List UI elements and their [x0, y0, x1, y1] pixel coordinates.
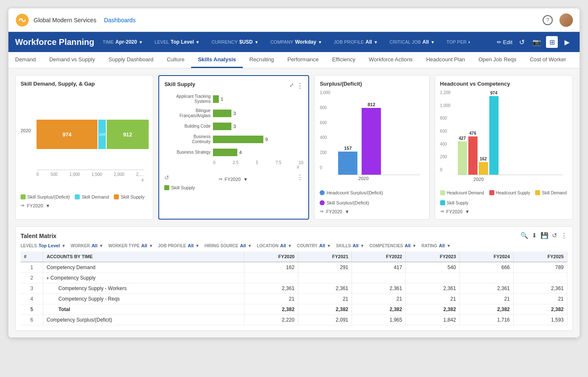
main-content: Skill Demand, Supply, & Gap 2020 974 104…: [8, 68, 580, 338]
tab-supply-dashboard[interactable]: Supply Dashboard: [102, 52, 160, 68]
expand-icon[interactable]: ▾: [47, 276, 49, 280]
refresh-icon[interactable]: ↺: [552, 232, 557, 240]
ss-bar-5: [213, 149, 237, 156]
ss-refresh-icon[interactable]: ↺: [164, 174, 169, 181]
table-row: 4 Competency Supply - Reqs 21 21 21 21 2…: [21, 294, 567, 304]
table-row: 2 ▾Competency Supply: [21, 273, 567, 283]
hvc-bar-skill-demand: [479, 162, 488, 175]
skill-supply-icons: ⤢ ⋮: [289, 82, 303, 90]
top-bar-right: ?: [543, 13, 573, 27]
currency-filter[interactable]: CURRENCY $USD ▼: [211, 39, 258, 45]
legend-supply: Skill Supply: [114, 194, 144, 199]
location-filter-value[interactable]: All: [280, 243, 286, 248]
country-filter-value[interactable]: All: [319, 243, 325, 248]
hvc-bar-skill-supply: [489, 96, 499, 175]
time-filter[interactable]: TIME Apr-2020 ▼: [103, 39, 143, 45]
rating-filter: RATING All ▼: [422, 243, 451, 248]
job-profile-label: JOB PROFILE: [334, 39, 364, 45]
worker-type-filter-value[interactable]: All: [141, 243, 147, 248]
tab-open-job-reqs[interactable]: Open Job Reqs: [472, 52, 523, 68]
table-row-total: 5 Total 2,382 2,382 2,382 2,382 2,382 2,…: [21, 304, 567, 315]
critical-job-label: CRITICAL JOB: [390, 39, 421, 45]
save-icon[interactable]: 💾: [541, 232, 549, 240]
headcount-competency-card: Headcount vs Competency 1,200 1,000 800 …: [435, 75, 573, 220]
ss-more-icon[interactable]: ⋮: [297, 173, 303, 181]
col-num: #: [21, 251, 43, 262]
tab-demand[interactable]: Demand: [8, 52, 42, 68]
header-right-actions: ✏ Edit ↺ 📷 ⊞ ▶: [497, 36, 573, 48]
download-icon[interactable]: ⬇: [532, 232, 537, 240]
sd-fy-badge[interactable]: FY2020: [27, 203, 43, 208]
level-filter[interactable]: LEVEL Top Level ▼: [155, 39, 200, 45]
ss-row-3: Building Code 3: [164, 123, 303, 130]
logo-area: Global Modern Services Dashboards: [15, 13, 136, 27]
hvc-fy-badge[interactable]: FY2020: [446, 209, 463, 214]
hvc-footer: ⇒ FY2020 ▼: [440, 209, 567, 214]
more-icon[interactable]: ⋮: [297, 82, 303, 90]
surplus-legend: Headcount Surplus/(Deficit) Skill Surplu…: [320, 190, 424, 205]
tab-culture[interactable]: Culture: [160, 52, 191, 68]
location-filter: LOCATION All ▼: [257, 243, 291, 248]
ss-row-1: Applicant Tracking Systems 1: [164, 94, 303, 104]
level-value: Top Level: [171, 39, 194, 45]
skill-supply-header: Skill Supply ⤢ ⋮: [164, 81, 303, 91]
levels-filter-value[interactable]: Top Level: [39, 243, 60, 248]
surplus-fy-badge[interactable]: FY2020: [326, 209, 342, 214]
skill-demand-card: Skill Demand, Supply, & Gap 2020 974 104…: [15, 75, 153, 220]
workday-logo-icon: [15, 13, 29, 27]
tab-recruiting[interactable]: Recruiting: [243, 52, 281, 68]
surplus-bar-skill: [362, 108, 381, 175]
legend-demand: Skill Demand: [75, 194, 109, 199]
more-options-icon[interactable]: ⋮: [561, 232, 567, 240]
grid-view-button[interactable]: ⊞: [546, 36, 558, 48]
worker-filter-value[interactable]: All: [92, 243, 97, 248]
sd-xaxis-unit: #: [142, 178, 144, 183]
level-label: LEVEL: [155, 39, 169, 45]
skills-filter-value[interactable]: All: [353, 243, 359, 248]
col-fy2020: FY2020: [244, 251, 298, 262]
talent-data-table: # ACCOUNTS BY TIME FY2020 FY2021 FY2022 …: [21, 251, 567, 325]
ss-footer: ⇒ FY2020 ▼: [218, 176, 248, 182]
currency-label: CURRENCY: [211, 39, 237, 45]
competencies-filter: COMPETENCIES All ▼: [370, 243, 417, 248]
ss-fy-badge[interactable]: FY2020: [225, 177, 241, 182]
competencies-filter-value[interactable]: All: [405, 243, 411, 248]
edit-button[interactable]: ✏ Edit: [497, 39, 512, 45]
help-icon[interactable]: ?: [543, 15, 553, 25]
tab-demand-vs-supply[interactable]: Demand vs Supply: [42, 52, 102, 68]
refresh-button[interactable]: ↺: [516, 36, 528, 48]
search-icon[interactable]: 🔍: [520, 232, 528, 240]
company-filter[interactable]: COMPANY Workday ▼: [270, 39, 322, 45]
camera-button[interactable]: 📷: [531, 36, 543, 48]
top-per-filter[interactable]: TOP PER ›: [446, 39, 470, 45]
top-per-value: ›: [468, 39, 470, 45]
talent-title: Talent Matrix: [21, 233, 56, 239]
ss-row-5: Business Strategy 4: [164, 149, 303, 156]
talent-toolbar: 🔍 ⬇ 💾 ↺ ⋮: [520, 232, 567, 240]
expand-icon[interactable]: ⤢: [289, 82, 294, 90]
tab-performance[interactable]: Performance: [281, 52, 325, 68]
ss-bar-2: [213, 110, 231, 117]
tab-cost-of-worker[interactable]: Cost of Worker: [523, 52, 572, 68]
tab-skills-analysis[interactable]: Skills Analysis: [191, 52, 243, 68]
time-label: TIME: [103, 39, 114, 45]
worker-filter: WORKER All ▼: [71, 243, 103, 248]
tab-ilm-map[interactable]: ILM Map: [573, 52, 580, 68]
job-profile-filter-value[interactable]: All: [188, 243, 194, 248]
job-profile-filter[interactable]: JOB PROFILE All ▼: [334, 39, 378, 45]
hiring-source-filter-value[interactable]: All: [240, 243, 246, 248]
job-profile-value: All: [365, 39, 372, 45]
tab-headcount-plan[interactable]: Headcount Plan: [420, 52, 472, 68]
currency-value: $USD: [239, 39, 253, 45]
tab-efficiency[interactable]: Efficiency: [326, 52, 362, 68]
skill-supply-card: Skill Supply ⤢ ⋮ Applicant Tracking Syst…: [158, 75, 309, 220]
app-company-name: Global Modern Services: [34, 17, 96, 24]
video-button[interactable]: ▶: [561, 36, 573, 48]
talent-matrix-section: Talent Matrix 🔍 ⬇ 💾 ↺ ⋮ LEVELS Top Level…: [15, 226, 573, 331]
tab-workforce-actions[interactable]: Workforce Actions: [362, 52, 420, 68]
critical-job-filter[interactable]: CRITICAL JOB All ▼: [390, 39, 435, 45]
ss-row-2: BilingueFrançais/Anglais 3: [164, 108, 303, 118]
rating-filter-value[interactable]: All: [439, 243, 445, 248]
dashboards-link[interactable]: Dashboards: [104, 17, 136, 24]
header-bar: Workforce Planning TIME Apr-2020 ▼ LEVEL…: [8, 32, 580, 52]
